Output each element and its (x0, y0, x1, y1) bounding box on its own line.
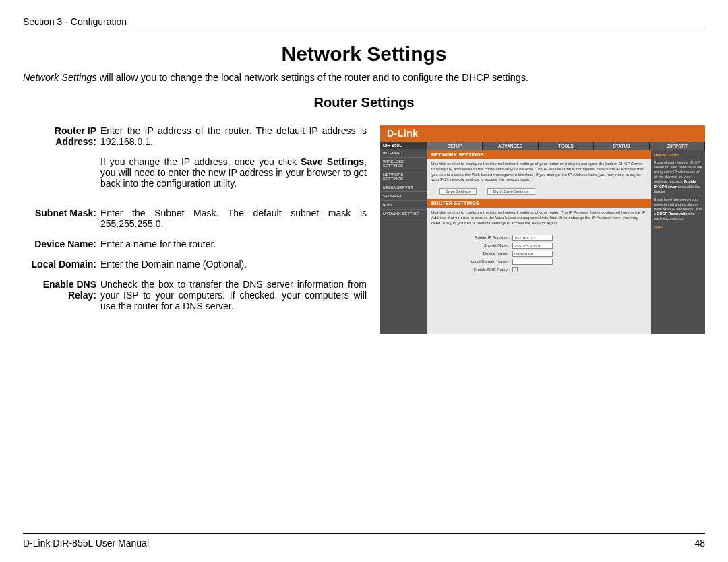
nav-item[interactable]: STORAGE (380, 192, 427, 201)
hints-title: Helpful Hints... (654, 153, 702, 158)
def-body-text: Enter the IP address of the router. The … (100, 125, 367, 147)
tab-setup[interactable]: SETUP (427, 142, 483, 150)
section-description: Use this section to configure the intern… (427, 159, 651, 187)
model-label: DIR-855L (380, 142, 427, 149)
def-body-text: Uncheck the box to transfer the DNS serv… (100, 279, 367, 311)
nav-item[interactable]: IPV6 (380, 201, 427, 210)
section-description: Use this section to configure the intern… (427, 208, 651, 230)
field-label: Router IP Address : (431, 235, 512, 239)
def-body-text: Enter the Domain name (Optional). (100, 259, 367, 270)
field-label: Enable DNS Relay : (431, 268, 512, 272)
def-label: Enable DNS Relay: (23, 279, 100, 311)
hints-more-link[interactable]: More... (654, 225, 702, 230)
intro-emphasis: Network Settings (23, 72, 97, 83)
def-router-ip: Router IP Address: Enter the IP address … (23, 125, 367, 198)
def-body-text: If you change the IP address, once you c… (100, 156, 367, 189)
def-body-text: Enter a name for the router. (100, 239, 367, 249)
subnet-mask-input[interactable]: 255.255.255.0 (512, 243, 553, 249)
router-ip-input[interactable]: 192.168.0.1 (512, 235, 553, 241)
intro-rest: will allow you to change the local netwo… (97, 72, 529, 83)
def-label: Local Domain: (23, 259, 100, 270)
intro-text: Network Settings will allow you to chang… (23, 72, 705, 83)
tab-tools[interactable]: TOOLS (539, 142, 594, 150)
def-label: Device Name: (23, 239, 100, 249)
dont-save-button[interactable]: Don't Save Settings (487, 188, 535, 195)
tab-support[interactable]: SUPPORT (650, 142, 705, 150)
footer-manual-title: D-Link DIR-855L User Manual (23, 538, 149, 549)
def-subnet: Subnet Mask: Enter the Subnet Mask. The … (23, 208, 367, 229)
tab-advanced[interactable]: ADVANCED (483, 142, 538, 150)
save-settings-button[interactable]: Save Settings (439, 188, 477, 195)
top-tabs: SETUP ADVANCED TOOLS STATUS SUPPORT (427, 142, 705, 150)
def-local-domain: Local Domain: Enter the Domain name (Opt… (23, 259, 367, 270)
def-body-text: Enter the Subnet Mask. The default subne… (100, 208, 367, 229)
page-title: Network Settings (23, 42, 705, 65)
definitions-list: Router IP Address: Enter the IP address … (23, 125, 367, 334)
dns-relay-checkbox[interactable]: ✓ (512, 267, 518, 272)
hint-text: If you already have a DHCP server on you… (654, 160, 702, 194)
router-screenshot: D-Link DIR-855L INTERNET WIRELESS SETTIN… (380, 125, 705, 334)
side-nav: INTERNET WIRELESS SETTINGS NETWORK SETTI… (380, 149, 427, 218)
nav-item[interactable]: MEDIA SERVER (380, 183, 427, 192)
helpful-hints: Helpful Hints... If you already have a D… (651, 150, 705, 334)
section-heading: NETWORK SETTINGS (427, 150, 651, 159)
def-label: Router IP Address: (23, 125, 100, 198)
tab-status[interactable]: STATUS (594, 142, 649, 150)
nav-item[interactable]: WIRELESS SETTINGS (380, 158, 427, 170)
field-label: Device Name : (431, 251, 512, 255)
device-name-input[interactable]: dlinkrouter (512, 251, 553, 257)
nav-item[interactable]: NETWORK SETTINGS (380, 170, 427, 183)
def-label: Subnet Mask: (23, 208, 100, 229)
local-domain-input[interactable] (512, 259, 553, 265)
subtitle: Router Settings (23, 95, 705, 111)
nav-item[interactable]: MYDLINK SETTING (380, 210, 427, 218)
section-header: Section 3 - Configuration (23, 16, 705, 30)
def-device-name: Device Name: Enter a name for the router… (23, 239, 367, 249)
dlink-logo: D-Link (387, 128, 419, 139)
nav-item[interactable]: INTERNET (380, 149, 427, 158)
brand-bar: D-Link (380, 125, 705, 142)
field-label: Subnet Mask : (431, 243, 512, 247)
footer-page-number: 48 (694, 538, 705, 549)
field-label: Local Domain Name : (431, 259, 512, 263)
section-heading: ROUTER SETTINGS (427, 199, 651, 208)
hint-text: If you have devices on your network that… (654, 197, 702, 222)
def-dns-relay: Enable DNS Relay: Uncheck the box to tra… (23, 279, 367, 311)
